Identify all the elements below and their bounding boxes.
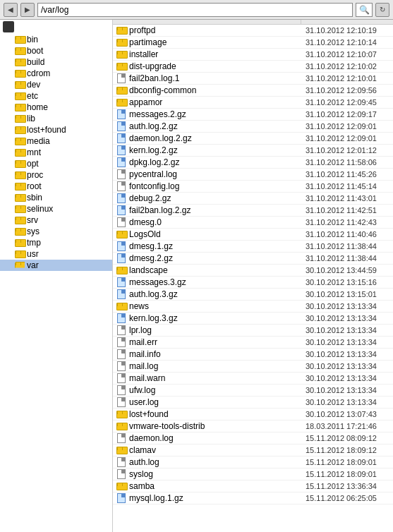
table-row[interactable]: lost+found30.10.2012 13:07:43 [113,409,393,421]
table-row[interactable]: mail.warn30.10.2012 13:13:34 [113,373,393,385]
table-row[interactable]: vmware-tools-distrib18.03.2011 17:21:46 [113,421,393,433]
refresh-button[interactable]: ↻ [375,3,389,17]
table-row[interactable]: landscape30.10.2012 13:44:59 [113,265,393,277]
sidebar-item-home[interactable]: home [0,102,112,113]
folder-icon [116,97,127,107]
sidebar-items: binbootbuildcdromdevetchomeliblost+found… [0,34,112,271]
col-name-header[interactable] [113,20,301,24]
file-name-text: messages.3.gz [129,277,186,287]
file-name-text: fontconfig.log [129,181,179,191]
table-row[interactable]: proftpd31.10.2012 12:10:19 [113,25,393,37]
sidebar-item-dev[interactable]: dev [0,79,112,90]
file-date-cell: 31.10.2012 12:09:45 [301,98,393,107]
sidebar-item-srv[interactable]: srv [0,214,112,226]
file-name-cell: proftpd [113,25,301,35]
sidebar-item-sys[interactable]: sys [0,226,112,237]
table-row[interactable]: dist-upgrade31.10.2012 12:10:02 [113,61,393,73]
sidebar-item-cdrom[interactable]: cdrom [0,68,112,79]
table-row[interactable]: mail.log30.10.2012 13:13:34 [113,361,393,373]
sidebar-item-tmp[interactable]: tmp [0,237,112,248]
sidebar-item-build[interactable]: build [0,56,112,68]
table-row[interactable]: auth.log.3.gz30.10.2012 13:15:01 [113,289,393,301]
table-row[interactable]: mail.err30.10.2012 13:13:34 [113,337,393,349]
back-button[interactable]: ◀ [4,3,18,17]
file-name-text: fail2ban.log.2.gz [129,205,191,215]
sidebar-item-label: boot [27,46,43,56]
file-date-cell: 31.10.2012 11:40:46 [301,230,393,238]
sidebar-item-selinux[interactable]: selinux [0,203,112,214]
table-row[interactable]: dpkg.log.2.gz31.10.2012 11:58:06 [113,157,393,169]
sidebar-item-proc[interactable]: proc [0,169,112,181]
file-name-text: mail.log [129,361,158,371]
address-input[interactable] [41,5,349,15]
table-row[interactable]: fail2ban.log.131.10.2012 12:10:01 [113,73,393,85]
table-row[interactable]: auth.log15.11.2012 18:09:01 [113,457,393,468]
folder-icon [14,238,25,248]
file-name-text: installer [129,49,158,59]
table-row[interactable]: mail.info30.10.2012 13:13:34 [113,349,393,361]
sidebar-item-etc[interactable]: etc [0,90,112,102]
forward-button[interactable]: ▶ [20,3,35,17]
sidebar-item-lost-found[interactable]: lost+found [0,124,112,135]
table-row[interactable]: kern.log.2.gz31.10.2012 12:01:12 [113,145,393,157]
table-row[interactable]: kern.log.3.gz30.10.2012 13:13:34 [113,313,393,325]
table-row[interactable]: dmesg.2.gz31.10.2012 11:38:44 [113,253,393,265]
file-date-cell: 30.10.2012 13:13:34 [301,362,393,370]
table-row[interactable]: daemon.log.2.gz31.10.2012 12:09:01 [113,133,393,145]
folder-icon [14,136,25,146]
table-row[interactable]: LogsOld31.10.2012 11:40:46 [113,229,393,241]
table-row[interactable]: appamor31.10.2012 12:09:45 [113,97,393,109]
table-row[interactable]: messages.3.gz30.10.2012 13:15:16 [113,277,393,289]
file-date-cell: 31.10.2012 12:09:01 [301,134,393,143]
sidebar-item-var[interactable]: var [0,260,112,271]
sidebar-item-lib[interactable]: lib [0,113,112,124]
table-row[interactable]: user.log30.10.2012 13:13:34 [113,397,393,409]
table-row[interactable]: installer31.10.2012 12:10:07 [113,49,393,61]
table-row[interactable]: dmesg.031.10.2012 11:42:43 [113,217,393,229]
table-row[interactable]: ufw.log30.10.2012 13:13:34 [113,385,393,397]
file-date-cell: 15.11.2012 18:09:01 [301,458,393,466]
sidebar-item-usr[interactable]: usr [0,248,112,260]
folder-icon [14,215,25,225]
file-name-cell: vmware-tools-distrib [113,421,301,431]
table-row[interactable]: fail2ban.log.2.gz31.10.2012 11:42:51 [113,205,393,217]
search-box[interactable]: 🔍 [356,3,373,17]
sidebar-item-label: root [27,181,42,191]
table-row[interactable]: lpr.log30.10.2012 13:13:34 [113,325,393,337]
sidebar-item-opt[interactable]: opt [0,158,112,169]
sidebar-item-mnt[interactable]: mnt [0,147,112,158]
table-row[interactable]: auth.log.2.gz31.10.2012 12:09:01 [113,121,393,133]
file-date-cell: 31.10.2012 11:38:44 [301,242,393,250]
folder-icon [116,265,127,275]
gz-file-icon [116,157,127,167]
folder-icon [116,229,127,239]
file-icon [116,373,127,383]
file-name-cell: auth.log [113,457,301,467]
table-row[interactable]: pycentral.log31.10.2012 11:45:26 [113,169,393,181]
table-row[interactable]: samba15.11.2012 13:36:34 [113,480,393,492]
table-row[interactable]: mysql.log.1.gz15.11.2012 06:25:05 [113,492,393,504]
table-row[interactable]: debug.2.gz31.10.2012 11:43:01 [113,193,393,205]
gz-file-icon [116,205,127,215]
sidebar-item-bin[interactable]: bin [0,34,112,45]
table-row[interactable]: fontconfig.log31.10.2012 11:45:14 [113,181,393,193]
table-row[interactable]: syslog15.11.2012 18:09:01 [113,468,393,480]
toolbar: ◀ ▶ 🔍 ↻ [0,0,393,20]
table-row[interactable]: dbconfig-common31.10.2012 12:09:56 [113,85,393,97]
address-bar[interactable] [37,3,353,17]
table-row[interactable]: daemon.log15.11.2012 08:09:12 [113,433,393,445]
table-row[interactable]: partimage31.10.2012 12:10:14 [113,37,393,49]
sidebar-root-item[interactable] [0,20,112,34]
file-name-cell: mail.warn [113,373,301,383]
sidebar-item-boot[interactable]: boot [0,45,112,56]
col-date-header[interactable] [301,20,393,24]
table-row[interactable]: dmesg.1.gz31.10.2012 11:38:44 [113,241,393,253]
file-name-text: kern.log.3.gz [129,313,178,323]
sidebar-item-label: var [27,260,39,270]
sidebar-item-root[interactable]: root [0,181,112,192]
table-row[interactable]: news30.10.2012 13:13:34 [113,301,393,313]
table-row[interactable]: clamav15.11.2012 18:09:12 [113,445,393,457]
table-row[interactable]: messages.2.gz31.10.2012 12:09:17 [113,109,393,121]
sidebar-item-sbin[interactable]: sbin [0,192,112,203]
sidebar-item-media[interactable]: media [0,135,112,147]
